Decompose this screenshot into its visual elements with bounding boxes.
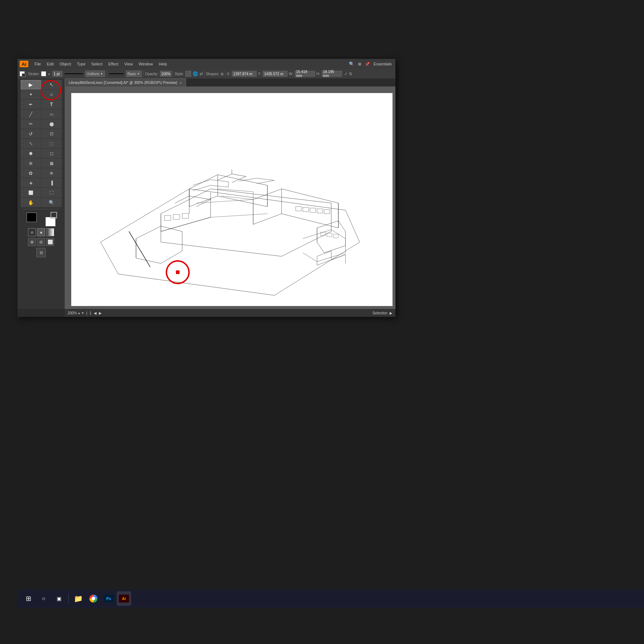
svg-marker-1	[161, 189, 331, 257]
opacity-field[interactable]: 100%	[160, 71, 172, 77]
x-field[interactable]: 1397.874 m	[232, 71, 257, 77]
svg-rect-25	[333, 234, 338, 238]
globe-icon[interactable]: 🌐	[193, 71, 198, 76]
y-field[interactable]: 1435.572 m	[263, 71, 287, 77]
artboard-tool[interactable]: ⬜	[21, 188, 41, 197]
hand-tool[interactable]: ✋	[21, 198, 41, 207]
warp-tool[interactable]: ⤡	[21, 139, 41, 148]
menu-edit[interactable]: Edit	[44, 61, 56, 67]
lasso-tool[interactable]: ⊃	[41, 90, 62, 99]
style-box[interactable]	[185, 71, 191, 77]
foreground-color-swatch[interactable]	[27, 213, 37, 222]
h-label: H:	[317, 72, 320, 76]
stroke-fill-indicator[interactable]	[20, 71, 25, 76]
menu-select[interactable]: Select	[89, 61, 105, 67]
menu-help[interactable]: Help	[156, 61, 170, 67]
photoshop-button[interactable]: Ps	[101, 591, 116, 606]
zoom-tool[interactable]: 🔍	[41, 198, 62, 207]
menu-object[interactable]: Object	[57, 61, 74, 67]
pen-tool[interactable]: ✒	[21, 100, 41, 109]
stroke-weight-up[interactable]: ▲	[48, 72, 51, 76]
arrange-icon[interactable]: ⇄	[200, 72, 203, 76]
artboard-nav-right[interactable]: ▶	[99, 311, 102, 315]
windows-start-button[interactable]: ⊞	[21, 591, 36, 606]
magic-wand-tool[interactable]: ✦	[21, 90, 41, 99]
artboard-nav-left[interactable]: ◀	[94, 311, 97, 315]
status-play[interactable]: ▶	[390, 311, 393, 315]
rectangle-tool[interactable]: ▭	[41, 109, 62, 119]
stroke-weight-field[interactable]: 1 pt	[52, 71, 63, 77]
h-field[interactable]: 18.195 mm	[322, 71, 342, 77]
screen-mode-row: ⊕ ⊖ ⬜	[28, 238, 54, 246]
rotate-tool[interactable]: ↺	[21, 129, 41, 138]
tool-row-symbol: ◈ ▐	[21, 178, 62, 188]
tool-row-warp: ⤡ ⬚	[21, 139, 62, 148]
w-field[interactable]: 15.419 mm	[295, 71, 315, 77]
x-label: X:	[227, 72, 230, 76]
color-fill-icon[interactable]: ■	[37, 228, 45, 236]
search-button[interactable]: ○	[36, 591, 51, 606]
doc-tab[interactable]: LibraryMidSemiLines [Converted].AI* @ 30…	[65, 79, 186, 86]
zoom-in-icon[interactable]: ⊕	[28, 238, 36, 246]
measure-tool[interactable]: ⊕	[41, 168, 62, 178]
mesh-tool[interactable]: ⊞	[21, 158, 41, 168]
eyedropper-tool[interactable]: ✿	[21, 168, 41, 178]
menu-window[interactable]: Window	[136, 61, 156, 67]
zoom-down-icon: ▼	[81, 311, 84, 315]
stroke-color-box[interactable]	[41, 71, 46, 76]
status-sep1: |	[86, 311, 87, 315]
task-view-button[interactable]: ▣	[52, 591, 66, 606]
none-fill-icon[interactable]: ⊘	[28, 228, 36, 236]
close-tab-button[interactable]: ×	[180, 81, 182, 85]
grid-icon[interactable]: ⊞	[357, 61, 363, 67]
direct-selection-tool[interactable]: ↖	[41, 80, 62, 89]
zoom-display[interactable]: 200% ▲ ▼	[68, 311, 84, 315]
profile-dropdown[interactable]: Basic ▼	[126, 71, 142, 77]
menu-file[interactable]: File	[32, 61, 44, 67]
slice-tool[interactable]: ⛶	[41, 188, 62, 197]
change-screen-icon[interactable]: ⬜	[46, 238, 54, 246]
tool-row-pen: ✒ T	[21, 100, 62, 109]
chrome-button[interactable]	[86, 591, 101, 606]
pencil-tool[interactable]: ✏	[21, 119, 41, 129]
gradient-fill-icon[interactable]	[46, 228, 54, 236]
blob-brush-tool[interactable]: ⬤	[41, 119, 62, 129]
transform-icon[interactable]: ⤢	[344, 72, 347, 76]
flip-icon[interactable]: ⇅	[349, 72, 352, 76]
gradient-tool[interactable]: ▦	[41, 158, 62, 168]
svg-rect-19	[317, 209, 323, 213]
symbol-tool[interactable]: ◈	[21, 178, 41, 188]
svg-rect-17	[303, 207, 309, 212]
shape-builder-tool[interactable]: ⬣	[21, 149, 41, 158]
shapes-icon-grid[interactable]: ⊞	[221, 72, 224, 76]
free-transform-tool[interactable]: ⬚	[41, 139, 62, 148]
svg-marker-0	[101, 189, 360, 295]
style-label: Style:	[175, 72, 184, 76]
tool-row-shape-builder: ⬣ ◻	[21, 149, 62, 158]
tool-row-mesh: ⊞ ▦	[21, 158, 62, 168]
doc-tab-bar: LibraryMidSemiLines [Converted].AI* @ 30…	[65, 79, 395, 86]
search-icon[interactable]: 🔍	[347, 61, 356, 67]
illustrator-button[interactable]: Ai	[117, 591, 131, 606]
type-tool[interactable]: T	[41, 100, 62, 109]
svg-rect-24	[327, 233, 332, 237]
reflect-tool[interactable]: ⊡	[41, 129, 62, 138]
canvas-cursor-annotation	[166, 260, 190, 284]
selection-tool[interactable]: ▶	[21, 80, 41, 89]
tool-row-pencil: ✏ ⬤	[21, 119, 62, 129]
menu-type[interactable]: Type	[75, 61, 88, 67]
svg-marker-26	[136, 226, 182, 263]
file-explorer-button[interactable]: 📁	[71, 591, 85, 606]
perspective-grid-tool[interactable]: ◻	[41, 149, 62, 158]
line-tool[interactable]: ╱	[21, 109, 41, 119]
menu-view[interactable]: View	[122, 61, 136, 67]
pin-icon[interactable]: 📌	[363, 61, 371, 67]
stroke-indicator	[51, 212, 57, 218]
menu-effect[interactable]: Effect	[106, 61, 121, 67]
color-swatch-area[interactable]	[23, 212, 59, 226]
zoom-out-icon[interactable]: ⊖	[37, 238, 45, 246]
chart-tool[interactable]: ▐	[41, 178, 62, 188]
canvas-area[interactable]	[65, 86, 395, 309]
expand-tools-icon[interactable]: ⊟	[36, 248, 46, 257]
stroke-type-dropdown[interactable]: Uniform ▼	[85, 71, 105, 77]
